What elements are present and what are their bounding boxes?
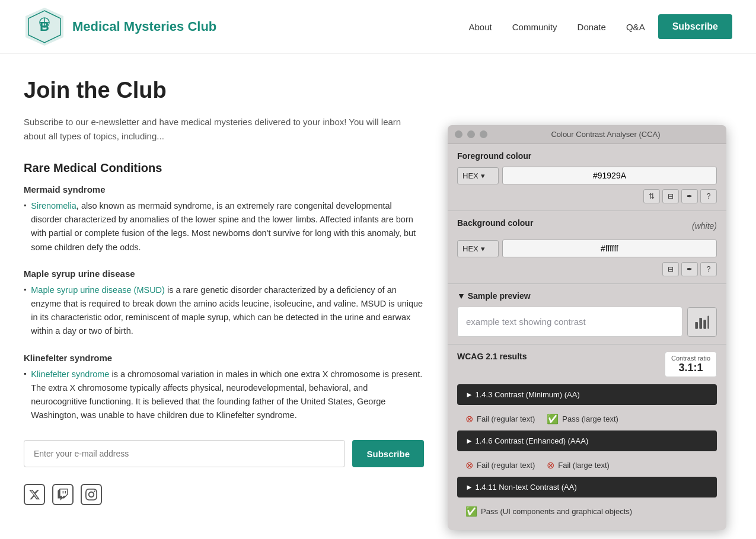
condition-text-klinefelter: Klinefelter syndrome is a chromosomal va… xyxy=(31,368,424,423)
logo-icon: B xyxy=(24,6,65,47)
aa-regular-text: Fail (regular text) xyxy=(477,414,535,423)
background-format-value: HEX xyxy=(462,244,479,253)
condition-desc-mermaid: , also known as mermaid syndrome, is an … xyxy=(31,201,416,252)
cca-titlebar: Colour Contrast Analyser (CCA) xyxy=(448,125,726,144)
intro-text: Subscribe to our e-newsletter and have m… xyxy=(24,115,424,143)
bullet-maple: ▪ xyxy=(24,285,26,294)
wcag-aaa-results: ⊗ Fail (regular text) ⊗ Fail (large text… xyxy=(457,455,717,477)
section-title: Rare Medical Conditions xyxy=(24,161,424,175)
svg-rect-6 xyxy=(695,322,698,329)
wcag-aaa-label: ► 1.4.6 Contrast (Enhanced) (AAA) xyxy=(465,436,588,445)
condition-klinefelter: Klinefelter syndrome ▪ Klinefelter syndr… xyxy=(24,353,424,423)
background-section: Background colour (white) HEX ▾ ⊟ ✒ ? xyxy=(448,211,726,284)
main-nav: About Community Donate Q&A Subscribe xyxy=(462,14,732,39)
cca-window: Colour Contrast Analyser (CCA) Foregroun… xyxy=(448,125,726,530)
preview-text: example text showing contrast xyxy=(457,307,682,337)
condition-maple: Maple syrup urine disease ▪ Maple syrup … xyxy=(24,269,424,339)
condition-link-klinefelter[interactable]: Klinefelter syndrome xyxy=(31,369,109,379)
fail-icon-aaa-large: ⊗ xyxy=(547,460,554,471)
nav-about[interactable]: About xyxy=(462,17,499,37)
preview-label: ▼ Sample preview xyxy=(457,291,717,301)
foreground-format-value: HEX xyxy=(462,171,479,180)
svg-rect-9 xyxy=(707,315,709,328)
pass-icon-nontext: ✅ xyxy=(465,506,477,517)
background-hex-input[interactable] xyxy=(502,240,717,257)
cca-body: Foreground colour HEX ▾ ⇅ ⊟ ✒ ? xyxy=(448,144,726,530)
left-column: Join the Club Subscribe to our e-newslet… xyxy=(24,78,424,530)
pass-icon-aa-large: ✅ xyxy=(547,413,559,425)
foreground-label: Foreground colour xyxy=(457,151,717,161)
wcag-row-aaa[interactable]: ► 1.4.6 Contrast (Enhanced) (AAA) xyxy=(457,430,717,451)
wcag-aaa-result-regular: ⊗ Fail (regular text) xyxy=(465,460,535,471)
nav-qa[interactable]: Q&A xyxy=(619,17,652,37)
bg-sliders-icon[interactable]: ⊟ xyxy=(662,262,679,276)
nontext-ui-text: Pass (UI components and graphical object… xyxy=(481,507,632,516)
aa-large-text: Pass (large text) xyxy=(562,414,618,423)
wcag-aa-result-large: ✅ Pass (large text) xyxy=(547,413,618,425)
twitch-icon[interactable] xyxy=(52,484,74,505)
bg-help-icon[interactable]: ? xyxy=(700,262,717,276)
cca-title: Colour Contrast Analyser (CCA) xyxy=(492,130,719,139)
svg-rect-8 xyxy=(703,320,706,328)
contrast-ratio-value: 3.1:1 xyxy=(671,362,710,374)
wcag-nontext-result-ui: ✅ Pass (UI components and graphical obje… xyxy=(465,506,632,517)
condition-name-klinefelter: Klinefelter syndrome xyxy=(24,353,424,363)
wcag-nontext-label: ► 1.4.11 Non-text Contrast (AA) xyxy=(465,483,577,492)
subscribe-button[interactable]: Subscribe xyxy=(352,440,424,467)
titlebar-dot-yellow xyxy=(467,130,475,138)
condition-link-mermaid[interactable]: Sirenomelia xyxy=(31,201,76,211)
background-white-label: (white) xyxy=(692,221,717,231)
instagram-icon[interactable] xyxy=(81,484,102,505)
wcag-aaa-result-large: ⊗ Fail (large text) xyxy=(547,460,610,471)
contrast-ratio-box: Contrast ratio 3.1:1 xyxy=(665,352,717,377)
nav-community[interactable]: Community xyxy=(505,17,564,37)
condition-mermaid: Mermaid syndrome ▪ Sirenomelia, also kno… xyxy=(24,184,424,254)
wcag-nontext-results: ✅ Pass (UI components and graphical obje… xyxy=(457,501,717,523)
logo-area: B Medical Mysteries Club xyxy=(24,6,216,47)
email-input[interactable] xyxy=(24,440,345,467)
contrast-ratio-label: Contrast ratio xyxy=(671,355,710,362)
foreground-section: Foreground colour HEX ▾ ⇅ ⊟ ✒ ? xyxy=(448,144,726,211)
wcag-aa-label: ► 1.4.3 Contrast (Minimum) (AA) xyxy=(465,390,580,399)
aaa-large-text: Fail (large text) xyxy=(558,461,610,470)
condition-name-maple: Maple syrup urine disease xyxy=(24,269,424,279)
fail-icon-aaa-regular: ⊗ xyxy=(465,460,473,471)
foreground-format-select[interactable]: HEX ▾ xyxy=(457,167,499,184)
condition-text-mermaid: Sirenomelia, also known as mermaid syndr… xyxy=(31,199,424,254)
twitter-icon[interactable] xyxy=(24,484,45,505)
background-format-select[interactable]: HEX ▾ xyxy=(457,240,499,257)
bullet-klinefelter: ▪ xyxy=(24,369,26,378)
preview-section: ▼ Sample preview example text showing co… xyxy=(448,284,726,345)
background-format-chevron: ▾ xyxy=(481,244,485,253)
right-column: Colour Contrast Analyser (CCA) Foregroun… xyxy=(448,78,732,530)
aaa-regular-text: Fail (regular text) xyxy=(477,461,535,470)
wcag-row-nontext[interactable]: ► 1.4.11 Non-text Contrast (AA) xyxy=(457,477,717,497)
nav-subscribe-button[interactable]: Subscribe xyxy=(658,14,732,39)
page-title: Join the Club xyxy=(24,78,424,103)
wcag-results-title: WCAG 2.1 results xyxy=(457,352,527,361)
wcag-aa-results: ⊗ Fail (regular text) ✅ Pass (large text… xyxy=(457,409,717,430)
bg-eyedropper-icon[interactable]: ✒ xyxy=(681,262,698,276)
svg-rect-7 xyxy=(699,318,702,329)
condition-text-maple: Maple syrup urine disease (MSUD) is a ra… xyxy=(31,283,424,339)
chart-icon-button[interactable] xyxy=(687,307,717,337)
condition-link-maple[interactable]: Maple syrup urine disease (MSUD) xyxy=(31,285,165,295)
foreground-format-chevron: ▾ xyxy=(481,171,485,180)
fg-sliders-icon[interactable]: ⊟ xyxy=(662,189,679,203)
site-title: Medical Mysteries Club xyxy=(72,19,216,34)
nav-donate[interactable]: Donate xyxy=(570,17,613,37)
email-form: Subscribe xyxy=(24,440,424,467)
fg-eyedropper-icon[interactable]: ✒ xyxy=(681,189,698,203)
titlebar-dot-red xyxy=(455,130,462,138)
fg-help-icon[interactable]: ? xyxy=(700,189,717,203)
titlebar-dot-green xyxy=(480,130,487,138)
background-label: Background colour xyxy=(457,218,533,228)
fg-swap-icon[interactable]: ⇅ xyxy=(643,189,660,203)
wcag-row-aa[interactable]: ► 1.4.3 Contrast (Minimum) (AA) xyxy=(457,384,717,405)
wcag-aa-result-regular: ⊗ Fail (regular text) xyxy=(465,413,535,425)
wcag-results-section: WCAG 2.1 results Contrast ratio 3.1:1 ► … xyxy=(448,345,726,530)
foreground-hex-input[interactable] xyxy=(502,167,717,184)
fail-icon-aa-regular: ⊗ xyxy=(465,413,473,425)
bullet-mermaid: ▪ xyxy=(24,201,26,209)
social-icons xyxy=(24,484,424,505)
